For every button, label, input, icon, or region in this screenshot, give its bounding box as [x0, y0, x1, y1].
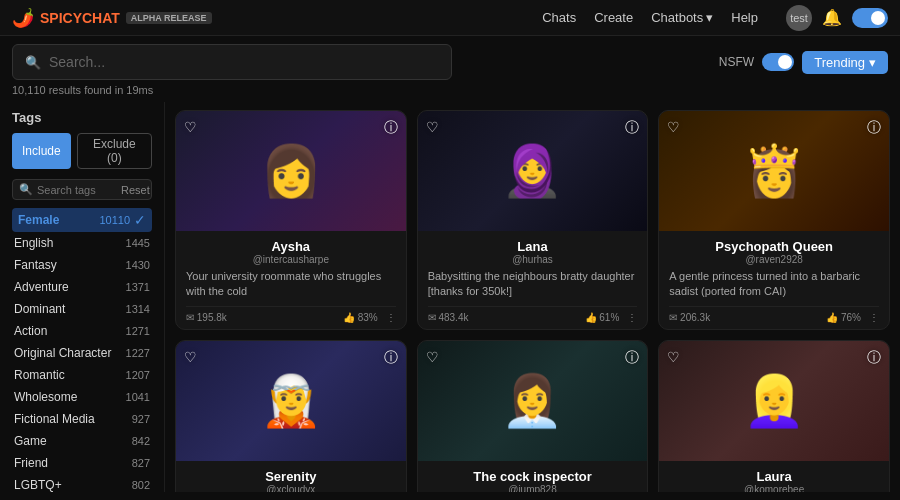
- trending-button[interactable]: Trending ▾: [802, 51, 888, 74]
- cards-grid: 👩 ♡ ⓘ Aysha @intercausharpe Your univers…: [175, 110, 890, 492]
- chevron-down-icon: ▾: [706, 10, 713, 25]
- nav-create[interactable]: Create: [594, 10, 633, 25]
- more-options-icon[interactable]: ⋮: [386, 312, 396, 323]
- search-tags-wrap: 🔍 Reset: [12, 179, 152, 200]
- like-percent: 👍 83%: [343, 312, 378, 323]
- character-avatar: 👩‍💼: [501, 372, 563, 430]
- sidebar-tag-item[interactable]: Wholesome 1041: [12, 386, 152, 408]
- like-percent: 👍 76%: [826, 312, 861, 323]
- nsfw-label: NSFW: [719, 55, 754, 69]
- tag-name: Dominant: [14, 302, 122, 316]
- sidebar-tag-item[interactable]: Dominant 1314: [12, 298, 152, 320]
- character-description: Babysitting the neighbours bratty daught…: [428, 269, 638, 300]
- header: 🌶️ SPICYCHAT ALPHA RELEASE Chats Create …: [0, 0, 900, 36]
- logo-icon: 🌶️: [12, 7, 34, 29]
- sidebar-tag-item[interactable]: Friend 827: [12, 452, 152, 474]
- info-icon[interactable]: ⓘ: [625, 119, 639, 137]
- card-background: 👩‍💼: [418, 341, 648, 461]
- card-image-area: 🧝 ♡ ⓘ: [176, 341, 406, 461]
- search-input[interactable]: [49, 54, 439, 70]
- tag-count: 1041: [126, 391, 150, 403]
- reset-link[interactable]: Reset: [121, 184, 150, 196]
- character-name: Laura: [669, 469, 879, 484]
- card-background: 👸: [659, 111, 889, 231]
- heart-icon[interactable]: ♡: [184, 119, 197, 135]
- info-icon[interactable]: ⓘ: [867, 349, 881, 367]
- search-tags-input[interactable]: [37, 184, 117, 196]
- card-background: 🧕: [418, 111, 648, 231]
- info-icon[interactable]: ⓘ: [384, 349, 398, 367]
- more-options-icon[interactable]: ⋮: [627, 312, 637, 323]
- character-name: Serenity: [186, 469, 396, 484]
- card-stats: ✉ 206.3k 👍 76% ⋮: [669, 306, 879, 323]
- character-name: Psychopath Queen: [669, 239, 879, 254]
- heart-icon[interactable]: ♡: [426, 119, 439, 135]
- character-card[interactable]: 👩 ♡ ⓘ Aysha @intercausharpe Your univers…: [175, 110, 407, 330]
- card-background: 🧝: [176, 341, 406, 461]
- sidebar: Tags Include Exclude (0) 🔍 Reset Female …: [0, 102, 165, 492]
- card-body: Laura @komorebee She finds a thief in he…: [659, 461, 889, 492]
- info-icon[interactable]: ⓘ: [867, 119, 881, 137]
- card-body: The cock inspector @jump828 I will inspe…: [418, 461, 648, 492]
- sidebar-tag-item[interactable]: LGBTQ+ 802: [12, 474, 152, 492]
- sidebar-tag-item[interactable]: Game 842: [12, 430, 152, 452]
- card-background: 👩: [176, 111, 406, 231]
- heart-icon[interactable]: ♡: [667, 119, 680, 135]
- character-username: @raven2928: [669, 254, 879, 265]
- sidebar-tag-item[interactable]: Fictional Media 927: [12, 408, 152, 430]
- more-options-icon[interactable]: ⋮: [869, 312, 879, 323]
- info-icon[interactable]: ⓘ: [625, 349, 639, 367]
- avatar[interactable]: test: [786, 5, 812, 31]
- character-card[interactable]: 👸 ♡ ⓘ Psychopath Queen @raven2928 A gent…: [658, 110, 890, 330]
- trending-label: Trending: [814, 55, 865, 70]
- sidebar-tag-item[interactable]: Original Character 1227: [12, 342, 152, 364]
- character-avatar: 🧕: [501, 142, 563, 200]
- card-stats: ✉ 195.8k 👍 83% ⋮: [186, 306, 396, 323]
- nav-help[interactable]: Help: [731, 10, 758, 25]
- character-username: @komorebee: [669, 484, 879, 492]
- character-card[interactable]: 👱‍♀️ ♡ ⓘ Laura @komorebee She finds a th…: [658, 340, 890, 492]
- tag-count: 1271: [126, 325, 150, 337]
- character-avatar: 👩: [260, 142, 322, 200]
- sidebar-tag-item[interactable]: Action 1271: [12, 320, 152, 342]
- heart-icon[interactable]: ♡: [426, 349, 439, 365]
- results-text: 10,110 results found in 19ms: [12, 84, 153, 96]
- tag-count: 1430: [126, 259, 150, 271]
- character-avatar: 👸: [743, 142, 805, 200]
- tag-name: Friend: [14, 456, 128, 470]
- heart-icon[interactable]: ♡: [184, 349, 197, 365]
- card-image-area: 👱‍♀️ ♡ ⓘ: [659, 341, 889, 461]
- nav-chatbots[interactable]: Chatbots ▾: [651, 10, 713, 25]
- include-button[interactable]: Include: [12, 133, 71, 169]
- sidebar-tag-item[interactable]: Adventure 1371: [12, 276, 152, 298]
- bell-icon[interactable]: 🔔: [822, 8, 842, 27]
- tag-filter-buttons: Include Exclude (0): [12, 133, 152, 169]
- sidebar-tag-item[interactable]: English 1445: [12, 232, 152, 254]
- results-info: 10,110 results found in 19ms: [0, 82, 900, 102]
- character-card[interactable]: 👩‍💼 ♡ ⓘ The cock inspector @jump828 I wi…: [417, 340, 649, 492]
- sidebar-tag-item[interactable]: Fantasy 1430: [12, 254, 152, 276]
- tag-name: Action: [14, 324, 122, 338]
- character-name: Lana: [428, 239, 638, 254]
- search-bar-row: 🔍 NSFW Trending ▾: [0, 36, 900, 82]
- heart-icon[interactable]: ♡: [667, 349, 680, 365]
- tag-count: 10110: [99, 214, 130, 226]
- exclude-button[interactable]: Exclude (0): [77, 133, 152, 169]
- nav-chats[interactable]: Chats: [542, 10, 576, 25]
- tag-count: 927: [132, 413, 150, 425]
- nsfw-toggle[interactable]: [852, 8, 888, 28]
- sidebar-tag-item[interactable]: Romantic 1207: [12, 364, 152, 386]
- search-input-wrap: 🔍: [12, 44, 452, 80]
- character-card[interactable]: 🧕 ♡ ⓘ Lana @hurhas Babysitting the neigh…: [417, 110, 649, 330]
- logo-text: SPICYCHAT: [40, 10, 120, 26]
- character-avatar: 👱‍♀️: [743, 372, 805, 430]
- check-icon: ✓: [134, 212, 146, 228]
- tag-count: 1227: [126, 347, 150, 359]
- info-icon[interactable]: ⓘ: [384, 119, 398, 137]
- nsfw-toggle-header[interactable]: [762, 53, 794, 71]
- search-tags-icon: 🔍: [19, 183, 33, 196]
- card-image-area: 🧕 ♡ ⓘ: [418, 111, 648, 231]
- character-card[interactable]: 🧝 ♡ ⓘ Serenity @xcloudyx Slaved Serenity…: [175, 340, 407, 492]
- tag-count: 802: [132, 479, 150, 491]
- sidebar-tag-item[interactable]: Female 10110 ✓: [12, 208, 152, 232]
